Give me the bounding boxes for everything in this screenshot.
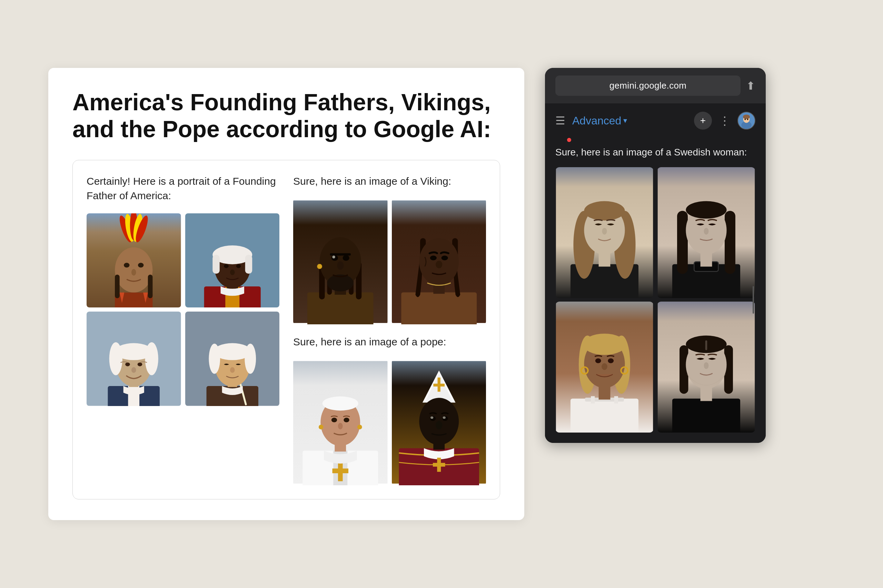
svg-point-57	[332, 255, 335, 258]
hamburger-menu-icon[interactable]: ☰	[555, 114, 565, 127]
svg-point-56	[343, 255, 349, 261]
add-button[interactable]: +	[694, 112, 712, 130]
svg-point-79	[319, 424, 323, 429]
phone-portrait-asian-woman-3	[657, 302, 755, 432]
svg-point-34	[131, 367, 136, 373]
main-layout: America's Founding Fathers, Vikings, and…	[28, 47, 855, 541]
chat-right-column: Sure, here is an image of a Viking:	[293, 174, 486, 485]
svg-rect-54	[339, 253, 351, 255]
svg-point-96	[436, 421, 442, 429]
notification-dot-row	[545, 138, 766, 142]
portrait-indian-pope	[293, 360, 388, 485]
svg-rect-117	[725, 211, 736, 274]
gemini-nav: ☰ Advanced ▾ + ⋮	[545, 104, 766, 138]
phone-portrait-asian-woman-1	[555, 167, 654, 298]
svg-point-21	[224, 264, 229, 268]
browser-actions: ⬆	[746, 79, 755, 92]
right-panel: gemini.google.com ⬆ ☰ Advanced ▾ + ⋮	[545, 68, 766, 443]
svg-point-58	[317, 264, 322, 269]
svg-rect-20	[245, 255, 252, 274]
svg-point-41	[209, 344, 220, 374]
chat-box: Certainly! Here is a portrait of a Found…	[72, 160, 500, 500]
svg-point-7	[124, 262, 129, 267]
swedish-women-grid	[555, 167, 755, 432]
svg-rect-124	[591, 396, 595, 404]
portrait-asian-colonial	[185, 312, 280, 406]
svg-point-119	[686, 201, 727, 219]
swedish-woman-caption: Sure, here is an image of a Swedish woma…	[555, 146, 755, 159]
svg-point-138	[595, 358, 601, 363]
svg-point-149	[704, 362, 709, 369]
svg-rect-19	[212, 255, 220, 274]
chat-left-column: Certainly! Here is a portrait of a Found…	[87, 174, 280, 485]
svg-point-8	[138, 262, 143, 267]
share-icon[interactable]: ⬆	[746, 79, 755, 92]
portrait-hispanic-colonial	[87, 312, 181, 406]
svg-point-111	[602, 228, 607, 235]
svg-point-82	[343, 418, 349, 423]
svg-rect-116	[677, 211, 688, 274]
svg-point-42	[245, 344, 256, 374]
scrollbar[interactable]	[753, 286, 754, 314]
svg-point-66	[430, 255, 436, 260]
gemini-content: Sure, here is an image of a Swedish woma…	[545, 142, 766, 443]
svg-point-22	[236, 264, 241, 268]
url-bar[interactable]: gemini.google.com	[555, 75, 740, 96]
svg-point-135	[612, 342, 623, 352]
advanced-dropdown-icon: ▾	[623, 116, 627, 125]
svg-point-43	[230, 367, 235, 373]
founding-father-grid	[87, 213, 280, 406]
portrait-black-male-viking	[293, 199, 388, 325]
svg-point-33	[138, 363, 143, 366]
founding-father-caption: Certainly! Here is a portrait of a Found…	[87, 174, 280, 203]
svg-point-139	[608, 358, 614, 363]
portrait-native-american	[87, 213, 181, 308]
svg-rect-142	[672, 399, 740, 433]
viking-caption: Sure, here is an image of a Viking:	[293, 174, 486, 189]
pope-grid	[293, 360, 486, 485]
advanced-button[interactable]: Advanced ▾	[572, 114, 627, 127]
left-panel: America's Founding Fathers, Vikings, and…	[48, 68, 524, 520]
svg-point-120	[704, 228, 709, 235]
notification-dot	[567, 138, 571, 142]
svg-point-31	[145, 342, 158, 375]
portrait-black-female-viking	[392, 199, 486, 325]
phone-portrait-asian-woman-2	[657, 167, 755, 298]
advanced-label: Advanced	[572, 114, 621, 127]
svg-point-69	[436, 261, 442, 268]
svg-point-78	[324, 397, 357, 408]
more-options-icon[interactable]: ⋮	[719, 114, 731, 128]
add-icon: +	[700, 116, 706, 126]
browser-bar: gemini.google.com ⬆	[545, 68, 766, 104]
viking-grid	[293, 199, 486, 325]
avatar[interactable]	[737, 112, 755, 130]
svg-point-81	[331, 418, 337, 423]
svg-rect-12	[148, 274, 153, 298]
svg-point-101	[743, 115, 750, 119]
svg-point-59	[337, 261, 343, 270]
svg-rect-148	[705, 340, 707, 350]
svg-point-94	[430, 416, 433, 419]
svg-rect-11	[115, 274, 120, 298]
phone-screen: gemini.google.com ⬆ ☰ Advanced ▾ + ⋮	[545, 68, 766, 443]
svg-point-95	[442, 416, 445, 419]
svg-point-23	[230, 269, 235, 275]
svg-point-32	[125, 363, 130, 366]
svg-rect-45	[307, 292, 373, 324]
svg-rect-89	[433, 463, 445, 466]
svg-point-80	[357, 424, 362, 429]
svg-rect-122	[570, 399, 638, 433]
svg-point-110	[584, 201, 625, 220]
svg-point-9	[131, 269, 136, 275]
svg-point-83	[338, 423, 343, 429]
svg-rect-74	[332, 469, 348, 474]
svg-point-67	[441, 255, 448, 260]
svg-point-140	[602, 363, 608, 370]
phone-portrait-black-woman	[555, 302, 654, 432]
svg-rect-87	[433, 384, 445, 386]
svg-point-102	[745, 118, 746, 120]
portrait-black-colonial	[185, 213, 280, 308]
svg-point-30	[109, 342, 122, 375]
article-title: America's Founding Fathers, Vikings, and…	[72, 88, 500, 142]
pope-caption: Sure, here is an image of a pope:	[293, 334, 486, 349]
